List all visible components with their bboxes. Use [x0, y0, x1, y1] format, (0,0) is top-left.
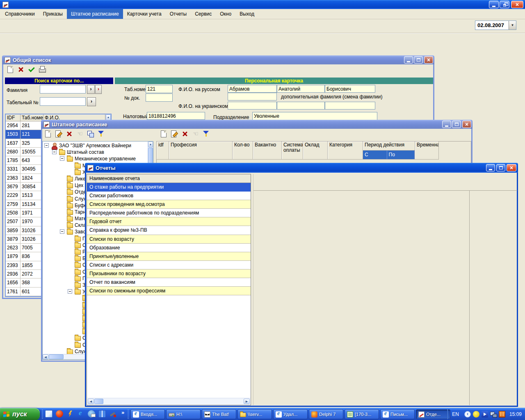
- blue-panels-icon[interactable]: [98, 410, 106, 418]
- menu-item-1[interactable]: Приказы: [39, 9, 67, 19]
- print-icon[interactable]: [39, 66, 46, 73]
- report-row[interactable]: Призывники по возрасту: [87, 269, 251, 278]
- report-row[interactable]: Списки по смежным профессиям: [87, 287, 251, 295]
- book-icon[interactable]: [499, 411, 505, 418]
- card-doc-input[interactable]: [146, 94, 173, 102]
- restore-button[interactable]: [500, 1, 509, 8]
- language-indicator[interactable]: EN: [452, 411, 459, 417]
- clock[interactable]: 15:09: [509, 411, 522, 417]
- close-icon[interactable]: ×: [424, 56, 433, 64]
- staffing-titlebar[interactable]: Штатное расписание ×: [41, 120, 472, 129]
- report-row[interactable]: О стаже работы на предприятии: [87, 183, 251, 192]
- firstname-ru-input[interactable]: [277, 85, 325, 93]
- maximize-button[interactable]: [414, 56, 423, 64]
- copy-grid-icon[interactable]: [87, 130, 94, 137]
- filter-icon[interactable]: [98, 130, 105, 137]
- staffing-column-header[interactable]: Профессия: [169, 142, 233, 160]
- task-button-5[interactable]: Delphi 7: [309, 409, 343, 419]
- new-record-icon[interactable]: [7, 66, 14, 73]
- tabnum-input[interactable]: [40, 97, 86, 106]
- confirm-icon[interactable]: [28, 66, 35, 73]
- menu-item-7[interactable]: Выход: [235, 9, 258, 19]
- close-icon[interactable]: ×: [462, 121, 471, 128]
- report-row[interactable]: Образование: [87, 244, 251, 252]
- reports-hscrollbar[interactable]: ◀ ▶: [87, 398, 250, 404]
- minimize-button[interactable]: [489, 1, 499, 8]
- maximize-button[interactable]: [496, 164, 505, 171]
- scroll-right-icon[interactable]: ▶: [244, 399, 250, 404]
- delete-record-icon[interactable]: [66, 130, 73, 137]
- tax-input[interactable]: [147, 112, 205, 120]
- scroll-left-icon[interactable]: ◀: [88, 399, 94, 404]
- tree-toggle-icon[interactable]: [60, 229, 64, 234]
- collapse-icon[interactable]: [464, 411, 471, 418]
- column-header-tabnum[interactable]: Таб.номер: [21, 114, 43, 121]
- player-icon[interactable]: [482, 411, 488, 418]
- menu-item-4[interactable]: Отчеты: [166, 9, 191, 19]
- staffing-subcolumn-header[interactable]: По: [387, 150, 415, 159]
- close-button[interactable]: ×: [511, 1, 523, 8]
- task-button-0[interactable]: Входя...: [130, 409, 165, 419]
- pointer-hand-icon[interactable]: ☜: [76, 130, 84, 137]
- search-tabnum-button[interactable]: ›: [87, 97, 96, 106]
- reports-titlebar[interactable]: Отчеты ×: [85, 163, 518, 173]
- tree-item[interactable]: Штатный состав: [43, 149, 148, 155]
- tree-toggle-icon[interactable]: [44, 143, 49, 148]
- edit-record-icon[interactable]: [55, 130, 62, 137]
- tree-item[interactable]: Механическое управление: [43, 155, 148, 162]
- red-circle-icon[interactable]: [56, 410, 63, 418]
- ie-icon[interactable]: [77, 410, 84, 418]
- menu-item-0[interactable]: Справочники: [1, 9, 39, 19]
- edit-record-icon[interactable]: [171, 130, 178, 137]
- report-row[interactable]: Отчет по вакансиям: [87, 278, 251, 287]
- smiley-icon[interactable]: [473, 411, 479, 418]
- division-input[interactable]: [252, 112, 377, 120]
- taskbar-handle[interactable]: [128, 410, 129, 419]
- task-button-3[interactable]: \\serv...: [237, 409, 272, 419]
- menu-item-5[interactable]: Сервис: [191, 9, 216, 19]
- report-row[interactable]: Справка к форме №3-ПВ: [87, 226, 251, 235]
- date-combo[interactable]: ▼: [475, 21, 516, 30]
- general-list-titlebar[interactable]: Общий список ×: [2, 55, 434, 64]
- scroll-thumb[interactable]: [49, 354, 64, 359]
- staffing-subcolumn-header[interactable]: С: [363, 150, 387, 159]
- taskbar-handle[interactable]: [42, 410, 43, 419]
- report-row[interactable]: Список проведения мед.осмотра: [87, 200, 251, 209]
- patronymic-ua-input[interactable]: [325, 102, 375, 110]
- delete-record-icon[interactable]: [17, 66, 25, 73]
- staffing-column-header[interactable]: Период действияСПо: [363, 142, 415, 160]
- staffing-column-header[interactable]: Оклад: [303, 142, 328, 160]
- new-record-icon[interactable]: [160, 130, 167, 137]
- menu-item-3[interactable]: Карточки учета: [123, 9, 166, 19]
- minimize-button[interactable]: [404, 56, 413, 64]
- staffing-column-header[interactable]: Вакантно: [253, 142, 282, 160]
- firstname-ua-input[interactable]: [277, 102, 325, 110]
- task-button-6[interactable]: [170-3...: [345, 409, 379, 419]
- task-button-4[interactable]: Удал...: [273, 409, 308, 419]
- tree-toggle-icon[interactable]: [68, 289, 72, 294]
- surname-ru-input[interactable]: [228, 85, 277, 93]
- search-surname-button[interactable]: ›: [87, 85, 95, 94]
- menu-item-6[interactable]: Окно: [216, 9, 235, 19]
- task-button-7[interactable]: Письм...: [380, 409, 415, 419]
- minimize-button[interactable]: [442, 121, 451, 128]
- date-input[interactable]: [475, 21, 509, 30]
- patronymic-ru-input[interactable]: [325, 85, 375, 93]
- task-button-1[interactable]: H:\: [166, 409, 201, 419]
- task-button-8[interactable]: Отде...: [416, 409, 450, 419]
- scroll-thumb[interactable]: [94, 399, 103, 404]
- reports-list-header[interactable]: Наименование отчета: [87, 174, 251, 183]
- tree-toggle-icon[interactable]: [60, 156, 64, 161]
- staffing-column-header[interactable]: Временная: [415, 142, 439, 160]
- start-button[interactable]: пуск: [0, 408, 40, 420]
- report-row[interactable]: Годовой отчет: [87, 217, 251, 226]
- tree-item[interactable]: ЗАО "ЗШВ" Артемовск Вайнери: [43, 142, 148, 149]
- globe-mail-icon[interactable]: [88, 410, 95, 418]
- report-row[interactable]: Списки с адресами: [87, 261, 251, 269]
- surname-input[interactable]: [40, 85, 86, 94]
- tree-toggle-icon[interactable]: [52, 150, 57, 154]
- staffing-column-header[interactable]: Кол-во: [233, 142, 253, 160]
- extra-surname-input[interactable]: [228, 93, 277, 100]
- filter-icon[interactable]: [203, 130, 210, 137]
- date-dropdown-button[interactable]: ▼: [509, 21, 516, 30]
